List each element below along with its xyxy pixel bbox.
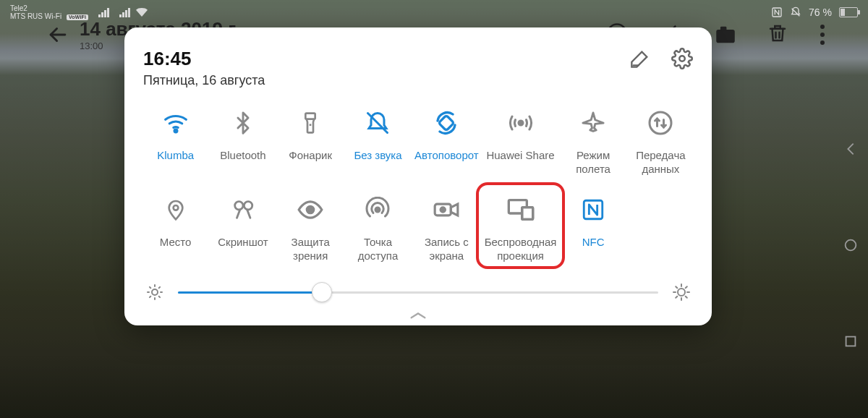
nfc-icon <box>579 195 608 224</box>
tile-datatransfer[interactable]: Передача данных <box>629 108 693 176</box>
status-bar: Tele2 MTS RUS Wi-Fi VoWiFi 76 % <box>0 0 868 25</box>
datatransfer-icon <box>646 108 675 137</box>
svg-point-20 <box>173 205 178 210</box>
nav-recent-icon[interactable] <box>843 333 859 349</box>
svg-point-26 <box>441 208 445 212</box>
tile-label: Защита зрения <box>280 236 341 263</box>
tile-label: Режим полета <box>562 149 624 176</box>
edit-icon[interactable] <box>629 48 651 69</box>
svg-point-13 <box>174 129 177 132</box>
vowifi-badge: VoWiFi <box>67 14 88 20</box>
svg-line-44 <box>686 297 687 298</box>
svg-line-43 <box>676 286 677 288</box>
flashlight-icon <box>296 108 325 137</box>
signal-icon-2 <box>119 8 130 17</box>
svg-line-38 <box>150 297 150 297</box>
quick-settings-panel: 16:45 Пятница, 16 августа KlumbaBluetoot… <box>124 27 712 325</box>
tile-huaweishare[interactable]: Huawei Share <box>483 108 558 176</box>
tile-airplane[interactable]: Режим полета <box>561 108 625 176</box>
panel-time: 16:45 <box>143 48 265 70</box>
tile-autorotate[interactable]: Автоповорот <box>413 108 480 176</box>
mute-status-icon <box>790 7 801 18</box>
huaweishare-icon <box>506 108 535 137</box>
settings-icon[interactable] <box>671 48 693 69</box>
tile-label: NFC <box>582 236 605 263</box>
svg-point-31 <box>152 289 158 295</box>
hotspot-icon <box>363 195 392 224</box>
brightness-slider[interactable] <box>143 283 693 301</box>
back-button[interactable] <box>43 20 72 49</box>
panel-date: Пятница, 16 августа <box>143 73 265 88</box>
tile-location[interactable]: Место <box>143 195 208 263</box>
tile-wifi[interactable]: Klumba <box>143 108 208 176</box>
brightness-track[interactable] <box>178 291 658 294</box>
svg-line-47 <box>676 297 677 298</box>
tile-label: Автоповорот <box>414 149 479 176</box>
svg-point-23 <box>307 206 314 213</box>
system-nav <box>836 101 865 389</box>
camera-icon[interactable] <box>713 22 738 47</box>
screenrecord-icon <box>432 195 461 224</box>
location-icon <box>161 195 190 224</box>
svg-point-40 <box>678 289 685 296</box>
cast-icon <box>506 195 535 224</box>
svg-point-22 <box>244 202 252 210</box>
svg-line-35 <box>159 297 160 297</box>
nav-back-icon[interactable] <box>843 141 859 157</box>
svg-rect-4 <box>716 30 735 43</box>
carrier-2: MTS RUS Wi-Fi <box>10 12 61 20</box>
tile-silent[interactable]: Без звука <box>346 108 410 176</box>
carrier-1: Tele2 <box>10 4 88 12</box>
tile-label: Точка доступа <box>347 236 409 263</box>
tile-eyecomfort[interactable]: Защита зрения <box>278 195 343 263</box>
nav-home-icon[interactable] <box>843 237 859 253</box>
expand-chevron-icon[interactable] <box>143 311 693 321</box>
svg-point-10 <box>846 240 856 251</box>
silent-icon <box>363 108 392 137</box>
battery-percent: 76 % <box>809 7 832 18</box>
svg-line-48 <box>686 286 687 288</box>
signal-icon <box>98 8 109 17</box>
battery-icon <box>839 7 858 17</box>
wifi-icon <box>161 108 190 137</box>
svg-rect-17 <box>439 115 454 130</box>
tile-flashlight[interactable]: Фонарик <box>278 108 343 176</box>
screenshot-icon <box>229 195 258 224</box>
brightness-low-icon <box>146 283 163 301</box>
svg-point-19 <box>650 112 671 134</box>
trash-icon[interactable] <box>767 22 791 47</box>
nfc-status-icon <box>771 7 783 18</box>
tile-label: Передача данных <box>630 149 692 176</box>
svg-point-21 <box>235 202 243 210</box>
svg-point-18 <box>519 121 523 125</box>
tile-label: Запись с экрана <box>414 236 479 263</box>
tile-label: Без звука <box>354 149 401 176</box>
airplane-icon <box>579 108 608 137</box>
svg-rect-28 <box>522 208 532 220</box>
svg-rect-14 <box>306 114 315 119</box>
autorotate-icon <box>432 108 461 137</box>
tile-label: Скриншот <box>218 236 268 263</box>
bluetooth-icon <box>229 108 258 137</box>
brightness-high-icon <box>673 283 690 301</box>
tile-screenshot[interactable]: Скриншот <box>210 195 275 263</box>
tile-label: Место <box>160 236 192 263</box>
wifi-status-icon <box>136 8 148 17</box>
svg-point-12 <box>679 56 685 61</box>
tile-screenrecord[interactable]: Запись с экрана <box>413 195 480 263</box>
tile-bluetooth[interactable]: Bluetooth <box>210 108 275 176</box>
tile-nfc[interactable]: NFC <box>561 195 625 263</box>
tile-label: Huawei Share <box>486 149 554 176</box>
brightness-thumb[interactable] <box>312 282 332 302</box>
tile-label: Klumba <box>157 149 194 176</box>
eyecomfort-icon <box>296 195 325 224</box>
svg-line-39 <box>159 287 160 288</box>
tile-cast[interactable]: Беспроводная проекция <box>483 195 558 263</box>
tile-label: Фонарик <box>289 149 332 176</box>
overflow-menu-icon[interactable] <box>820 25 825 45</box>
svg-rect-5 <box>720 27 727 31</box>
svg-point-24 <box>375 208 380 212</box>
svg-rect-11 <box>846 336 856 346</box>
tile-hotspot[interactable]: Точка доступа <box>346 195 410 263</box>
tile-label: Беспроводная проекция <box>485 236 557 263</box>
